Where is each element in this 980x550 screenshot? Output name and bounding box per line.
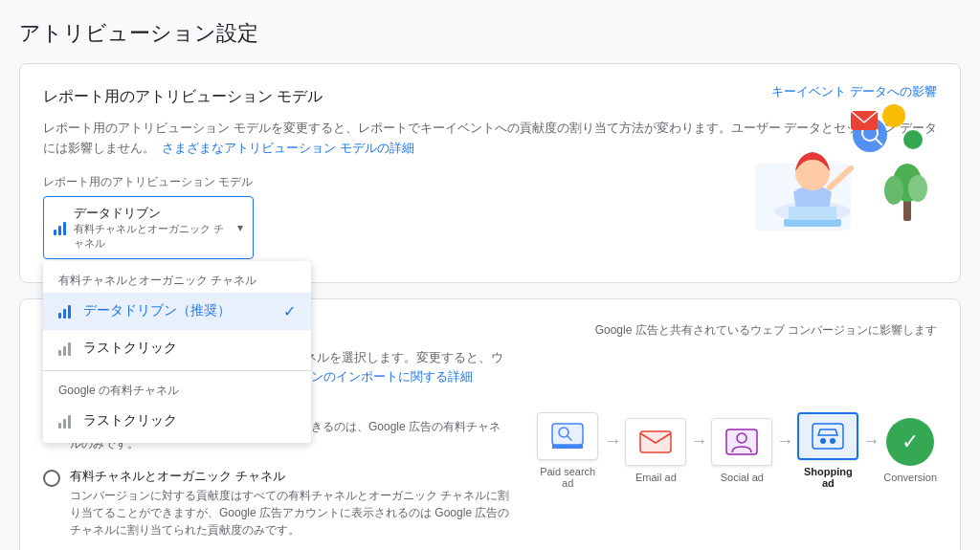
attribution-model-card: レポート用のアトリビューション モデル キーイベント データへの影響 レポート用… [19,63,961,283]
svg-rect-5 [789,207,836,220]
svg-point-10 [903,130,923,149]
item-label-last-click-organic: ラストクリック [83,340,177,357]
dropdown-text: データドリブン 有料チャネルとオーガニック チャネル [74,205,230,251]
illustration [726,87,937,240]
funnel-step-conversion: ✓ Conversion [883,418,937,483]
arrow-3: → [776,431,793,471]
funnel-step-email: Email ad [625,418,686,483]
option-title-paid-organic: 有料チャネルとオーガニック チャネル [70,468,512,485]
dropdown-item-data-driven[interactable]: データドリブン（推奨） ✓ [43,293,311,330]
funnel-step-social: Social ad [711,418,772,483]
svg-point-15 [908,175,927,202]
dropdown-menu: 有料チャネルとオーガニック チャネル データドリブン（推奨） ✓ [43,261,311,443]
svg-point-9 [882,104,905,127]
funnel-box-shopping [797,412,858,460]
option-text-paid-organic: 有料チャネルとオーガニック チャネル コンバージョンに対する貢献度はすべての有料… [70,468,512,539]
dropdown-item-last-click-organic[interactable]: ラストクリック [43,330,311,366]
chevron-down-icon: ▾ [237,221,243,234]
attribution-dropdown-wrapper: データドリブン 有料チャネルとオーガニック チャネル ▾ 有料チャネルとオーガニ… [43,196,254,259]
item-bar-icon-3 [58,413,74,429]
funnel-diagram: Paid search ad → Email ad → [535,348,937,550]
dropdown-sub-text: 有料チャネルとオーガニック チャネル [74,222,230,251]
funnel-label-paid-search: Paid search ad [535,466,600,489]
option-desc-paid-organic: コンバージョンに対する貢献度はすべての有料チャネルとオーガニック チャネルに割り… [70,487,512,539]
funnel-box-social [711,418,772,466]
radio-paid-organic[interactable] [43,470,60,487]
dropdown-main-text: データドリブン [74,205,230,222]
funnel-box-paid-search [537,412,598,460]
attribution-dropdown[interactable]: データドリブン 有料チャネルとオーガニック チャネル ▾ [43,196,254,259]
arrow-4: → [862,431,880,471]
page-container: アトリビューション設定 レポート用のアトリビューション モデル キーイベント デ… [0,0,980,550]
funnel-box-email [625,418,686,466]
funnel-label-email: Email ad [635,472,677,483]
dropdown-bar-icon [54,220,66,235]
group-label-1: 有料チャネルとオーガニック チャネル [43,265,311,293]
svg-rect-19 [552,445,583,449]
funnel-step-paid-search: Paid search ad [535,412,600,489]
svg-rect-23 [813,424,843,449]
dropdown-item-last-click-paid[interactable]: ラストクリック [43,403,311,439]
page-title: アトリビューション設定 [19,19,961,48]
funnel-step-shopping: Shopping ad [797,412,858,489]
item-label-data-driven: データドリブン（推奨） [83,302,231,319]
group-label-2: Google の有料チャネル [43,375,311,403]
funnel-label-social: Social ad [721,472,764,483]
funnel-label-shopping: Shopping ad [797,466,858,489]
check-mark: ✓ [902,429,919,454]
item-label-last-click-paid: ラストクリック [83,412,177,429]
svg-point-14 [884,176,903,205]
arrow-1: → [604,431,621,471]
conversion-circle: ✓ [886,418,934,466]
dropdown-divider [43,370,311,371]
svg-rect-4 [784,219,841,227]
item-bar-icon-1 [58,303,74,319]
svg-rect-20 [640,431,671,452]
svg-point-24 [820,438,826,444]
funnel-label-conversion: Conversion [883,472,937,483]
attribution-model-detail-link[interactable]: さまざまなアトリビューション モデルの詳細 [162,141,414,155]
check-icon: ✓ [283,302,296,320]
option-row-paid-organic: 有料チャネルとオーガニック チャネル コンバージョンに対する貢献度はすべての有料… [43,468,512,539]
item-bar-icon-2 [58,341,74,356]
arrow-2: → [690,431,707,471]
svg-point-25 [830,438,835,444]
